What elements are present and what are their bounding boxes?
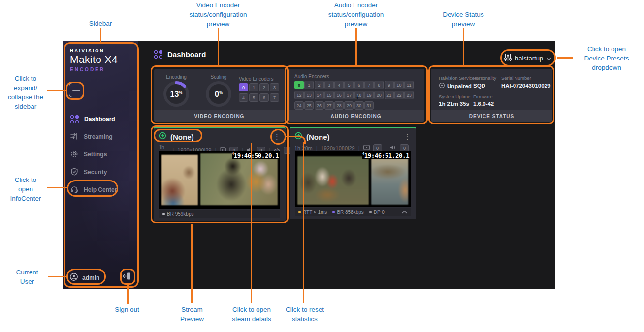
sign-out-icon: [122, 274, 131, 282]
sidebar-collapse-button[interactable]: [69, 83, 84, 97]
video-encoder-6[interactable]: 6: [259, 93, 269, 102]
encoding-gauge-label: Encoding: [163, 74, 190, 80]
personality-value: SQD: [473, 83, 485, 89]
app-window: HAIVISION Makito X4 ENCODER Dashboard St…: [63, 41, 555, 289]
audio-encoder-19[interactable]: 19: [364, 91, 374, 99]
stream-header: (None) ⋮: [154, 128, 286, 143]
stream-card[interactable]: (None) ⋮ 1h 20m | 1920x1080i29 | 0 | 0 4…: [290, 127, 416, 219]
scaling-gauge-label: Scaling: [205, 74, 232, 80]
field-label: System Uptime: [439, 94, 470, 99]
sidebar-item-settings[interactable]: Settings: [63, 146, 138, 163]
collapse-chevron-icon[interactable]: [402, 211, 407, 214]
page-header: Dashboard: [154, 50, 206, 59]
audio-encoder-4[interactable]: 4: [334, 81, 344, 89]
audio-encoder-5[interactable]: 5: [344, 81, 354, 89]
annotation-label-infocenter: Click to open InfoCenter: [0, 175, 51, 203]
stream-video-preview[interactable]: 419:46:50.20.1: [159, 151, 280, 209]
video-encoder-2[interactable]: 2: [259, 83, 269, 91]
timecode-overlay: 419:46:51.20.1: [362, 152, 409, 159]
audio-encoder-11[interactable]: 11: [404, 81, 414, 89]
audio-encoder-27[interactable]: 27: [324, 101, 334, 110]
audio-encoder-17[interactable]: 17: [344, 91, 354, 99]
video-encoder-5[interactable]: 5: [249, 93, 258, 102]
settings-icon: [70, 150, 78, 159]
video-track-icon: [363, 145, 370, 151]
video-track-count: 0: [373, 144, 382, 151]
annotation-label-sidebar: Sidebar: [76, 19, 125, 28]
metric-dot: [298, 211, 301, 213]
video-encoder-4[interactable]: 4: [239, 93, 248, 102]
scaling-gauge: 0%: [205, 81, 232, 107]
sidebar-item-security[interactable]: Security: [63, 163, 138, 181]
audio-encoder-13[interactable]: 13: [304, 91, 314, 99]
audio-encoder-15[interactable]: 15: [324, 91, 334, 99]
sidebar-item-dashboard[interactable]: Dashboard: [63, 110, 138, 128]
audio-encoder-25[interactable]: 25: [304, 101, 314, 110]
audio-encoder-6[interactable]: 6: [354, 81, 364, 89]
audio-encoder-1[interactable]: 1: [304, 81, 314, 89]
video-encoder-7[interactable]: 7: [270, 93, 279, 102]
stream-metrics-strip: BR 959kbps: [159, 210, 280, 218]
video-encoder-1[interactable]: 1: [249, 83, 258, 91]
stream-video-preview[interactable]: 419:46:51.20.1: [295, 151, 411, 207]
audio-encoder-23[interactable]: 23: [404, 91, 414, 99]
audio-encoder-21[interactable]: 21: [385, 91, 394, 99]
mouse-cursor: +: [355, 93, 359, 101]
audio-encoder-9[interactable]: 9: [385, 81, 394, 89]
device-presets-dropdown[interactable]: haistartup: [504, 51, 551, 65]
stream-card[interactable]: (None) ⋮ 1h 20m | 1920x1080i29 | 0 | 0 |…: [154, 127, 286, 221]
audio-encoder-22[interactable]: 22: [394, 91, 404, 99]
audio-encoder-8[interactable]: 8: [374, 81, 384, 89]
audio-encoding-card[interactable]: Audio Encoders 0123456789101112131415161…: [288, 69, 424, 122]
audio-encoder-31[interactable]: 31: [364, 101, 374, 110]
preset-name: haistartup: [515, 55, 543, 62]
unpaired-icon: [439, 82, 445, 90]
sidebar-item-help-center[interactable]: Help Center: [63, 181, 138, 199]
current-user[interactable]: admin: [69, 272, 99, 283]
audio-encoder-2[interactable]: 2: [315, 81, 324, 89]
sidebar-item-streaming[interactable]: Streaming: [63, 128, 138, 146]
documentation-figure: HAIVISION Makito X4 ENCODER Dashboard St…: [0, 0, 644, 332]
metric-dot: [162, 213, 165, 215]
video-encoding-card[interactable]: Encoding 13% Scaling 0% Video Encoders 0…: [154, 69, 285, 122]
audio-encoder-14[interactable]: 14: [315, 91, 324, 99]
headset-icon: [70, 185, 78, 195]
chevron-down-icon: [547, 55, 551, 62]
audio-track-icon: [390, 145, 396, 151]
video-thumbnail: [161, 155, 198, 205]
audio-encoder-28[interactable]: 28: [334, 101, 344, 110]
audio-encoder-7[interactable]: 7: [364, 81, 374, 89]
dashboard-title-icon: [154, 50, 162, 59]
video-encoders-label: Video Encoders: [239, 76, 273, 82]
timecode-overlay: 419:46:50.20.1: [232, 152, 279, 159]
stream-menu-button[interactable]: ⋮: [404, 134, 411, 140]
audio-encoder-20[interactable]: 20: [374, 91, 384, 99]
sidebar-item-label: Settings: [84, 151, 107, 158]
device-status-card[interactable]: Haivision Services Personality Serial Nu…: [431, 69, 552, 122]
audio-encoder-30[interactable]: 30: [354, 101, 364, 110]
annotation-label-reset-stats: Click to reset statistics: [269, 305, 341, 324]
audio-encoder-16[interactable]: 16: [334, 91, 344, 99]
video-encoder-0[interactable]: 0: [239, 83, 248, 91]
audio-encoder-12[interactable]: 12: [294, 91, 304, 99]
sign-out-button[interactable]: [122, 272, 131, 283]
audio-encoder-29[interactable]: 29: [344, 101, 354, 110]
stream-metric: BR 959kbps: [162, 211, 193, 217]
audio-encoder-24[interactable]: 24: [294, 101, 304, 110]
stream-title[interactable]: (None): [306, 133, 330, 141]
sidebar-item-label: Security: [84, 169, 107, 176]
field-label: Serial Number: [501, 75, 531, 81]
stream-title[interactable]: (None): [170, 133, 194, 141]
logo: HAIVISION Makito X4 ENCODER: [70, 48, 118, 72]
audio-encoder-3[interactable]: 3: [324, 81, 334, 89]
annotation-line: [557, 57, 573, 59]
audio-encoder-26[interactable]: 26: [315, 101, 324, 110]
stream-menu-button[interactable]: ⋮: [273, 134, 281, 140]
stream-metric: BR 858kbps: [332, 210, 363, 215]
encoding-gauge: 13%: [163, 81, 190, 107]
audio-encoder-10[interactable]: 10: [394, 81, 404, 89]
current-user-name: admin: [82, 274, 99, 281]
sidebar-item-label: Help Center: [84, 186, 117, 193]
video-encoder-3[interactable]: 3: [270, 83, 279, 91]
audio-encoder-0[interactable]: 0: [294, 81, 304, 89]
